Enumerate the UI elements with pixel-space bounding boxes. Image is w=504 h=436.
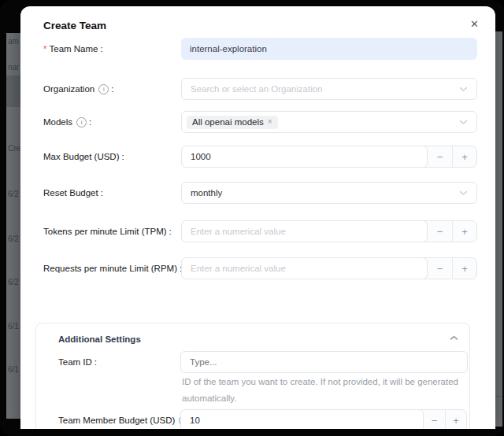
backdrop-text-fragment: Cre: [8, 144, 20, 153]
organization-placeholder: Search or select an Organization: [191, 84, 322, 94]
label-text: Requests per minute Limit (RPM): [43, 264, 177, 273]
team-name-label: *Team Name:: [43, 38, 103, 60]
models-row: Modelsi: All openai models ×: [20, 111, 495, 133]
rpm-row: Requests per minute Limit (RPM): − +: [20, 257, 495, 279]
reset-budget-row: Reset Budget: monthly: [20, 182, 495, 204]
organization-select[interactable]: Search or select an Organization: [181, 78, 477, 100]
label-text: Team ID: [58, 357, 92, 367]
info-circle-icon[interactable]: i: [76, 117, 87, 127]
app-window: am nar Cre 6/2 6/2 6/2 6/1 6/1 Create Te…: [0, 0, 504, 436]
team-name-input[interactable]: [181, 38, 477, 60]
team-member-budget-stepper: − +: [180, 409, 467, 429]
label-text: Team Name: [49, 44, 98, 54]
backdrop-text-fragment: 6/2: [8, 235, 19, 243]
label-text: Tokens per minute Limit (TPM): [43, 227, 167, 236]
team-id-help-text: ID of the team you want to create. If no…: [182, 374, 475, 407]
backdrop-text-fragment: 6/1: [8, 365, 19, 374]
model-tag: All openai models ×: [187, 116, 278, 129]
label-colon: :: [169, 227, 172, 236]
create-team-modal: Create Team ✕ *Team Name: Organizationi:…: [20, 6, 495, 429]
team-member-budget-input[interactable]: [180, 409, 424, 429]
team-member-budget-label: Team Member Budget (USD)?:: [58, 409, 194, 429]
tpm-stepper: − +: [181, 220, 477, 242]
chevron-down-icon: [459, 120, 468, 125]
minus-icon[interactable]: −: [424, 410, 445, 429]
label-colon: :: [101, 188, 103, 198]
label-colon: :: [94, 357, 97, 367]
models-label: Modelsi:: [43, 111, 91, 133]
chevron-down-icon: [459, 87, 468, 92]
label-text: Max Budget (USD): [43, 152, 120, 161]
label-text: Team Member Budget (USD): [58, 416, 175, 425]
backdrop-text-fragment: 6/1: [8, 322, 19, 331]
organization-row: Organizationi: Search or select an Organ…: [20, 78, 495, 100]
chevron-down-icon: [459, 190, 468, 196]
label-colon: :: [100, 44, 102, 54]
minus-icon[interactable]: −: [428, 146, 452, 167]
dimmed-page-left: am nar Cre 6/2 6/2 6/2 6/1 6/1: [6, 33, 20, 419]
minus-icon[interactable]: −: [428, 258, 452, 279]
team-id-label: Team ID:: [58, 351, 97, 373]
team-id-input[interactable]: [180, 351, 468, 373]
rpm-label: Requests per minute Limit (RPM):: [43, 257, 182, 279]
plus-icon[interactable]: +: [452, 146, 476, 167]
modal-title: Create Team: [43, 20, 106, 31]
label-text: Reset Budget: [43, 188, 98, 198]
models-select[interactable]: All openai models ×: [181, 111, 477, 133]
backdrop-text-fragment: 6/2: [8, 190, 19, 198]
tpm-input[interactable]: [181, 220, 428, 242]
label-colon: :: [122, 152, 124, 161]
additional-settings-toggle[interactable]: Additional Settings: [36, 323, 469, 355]
additional-settings-card: Additional Settings Team ID: ID of the t…: [35, 323, 470, 429]
team-name-row: *Team Name:: [20, 38, 495, 60]
max-budget-label: Max Budget (USD):: [43, 146, 124, 168]
plus-icon[interactable]: +: [452, 258, 476, 279]
max-budget-input[interactable]: [181, 146, 428, 168]
chevron-up-icon: [450, 335, 458, 341]
additional-settings-title: Additional Settings: [58, 334, 141, 344]
plus-icon[interactable]: +: [452, 221, 476, 242]
required-asterisk: *: [43, 44, 46, 54]
dimmed-row-divider: [495, 396, 502, 397]
dimmed-page-right: [495, 31, 502, 427]
max-budget-stepper: − +: [181, 146, 477, 168]
rpm-stepper: − +: [181, 257, 477, 279]
tag-remove-icon[interactable]: ×: [268, 118, 272, 126]
max-budget-row: Max Budget (USD): − +: [20, 146, 495, 168]
label-text: Organization: [43, 84, 94, 94]
tpm-row: Tokens per minute Limit (TPM): − +: [20, 220, 495, 242]
backdrop-text-fragment: 6/2: [8, 278, 19, 286]
reset-budget-select[interactable]: monthly: [181, 182, 477, 204]
reset-budget-value: monthly: [191, 188, 222, 198]
organization-label: Organizationi:: [43, 78, 113, 100]
label-text: Models: [43, 117, 72, 127]
label-colon: :: [89, 117, 91, 127]
label-colon: :: [111, 84, 113, 94]
reset-budget-label: Reset Budget:: [43, 182, 103, 204]
tpm-label: Tokens per minute Limit (TPM):: [43, 220, 172, 242]
model-tag-label: All openai models: [192, 117, 264, 127]
rpm-input[interactable]: [181, 257, 428, 279]
dimmed-table-band: [6, 76, 20, 107]
minus-icon[interactable]: −: [428, 221, 452, 242]
plus-icon[interactable]: +: [445, 410, 466, 429]
backdrop-text-fragment: am: [8, 37, 19, 46]
info-circle-icon[interactable]: i: [98, 84, 109, 94]
backdrop-text-fragment: nar: [8, 63, 19, 72]
close-icon[interactable]: ✕: [469, 17, 480, 31]
